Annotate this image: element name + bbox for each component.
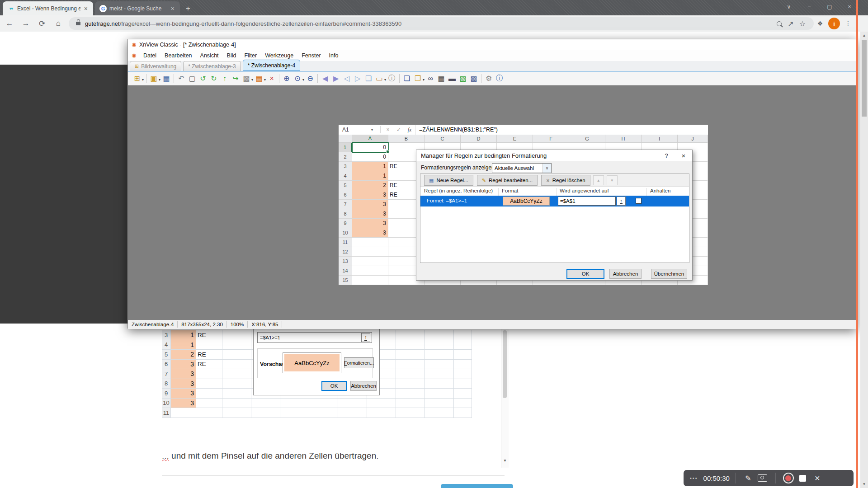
back-icon[interactable]: ←	[3, 17, 16, 30]
export-icon-dropdown[interactable]: ▾	[423, 78, 425, 82]
camera-icon[interactable]	[757, 474, 769, 482]
previous-image-icon[interactable]: ◀	[320, 74, 330, 84]
capture-icon[interactable]: ▩	[469, 74, 479, 84]
stop-icon[interactable]	[797, 475, 809, 482]
rules-button-row: ▦Neue Regel... ✎Regel bearbeiten... ×Reg…	[420, 174, 689, 187]
next-page-icon[interactable]: ▷	[353, 74, 363, 84]
menu-datei[interactable]: Datei	[139, 52, 160, 59]
multipage-icon[interactable]: ❑	[363, 74, 373, 84]
print-icon[interactable]: ▦	[436, 74, 446, 84]
scrollbar-thumb[interactable]	[503, 330, 507, 398]
menu-bild[interactable]: Bild	[223, 52, 241, 59]
row-header: 6	[162, 360, 171, 370]
browse-icon-dropdown[interactable]: ▾	[142, 78, 144, 82]
settings-icon[interactable]: ⚙	[484, 74, 494, 84]
cell	[454, 389, 472, 399]
rotate-right-icon[interactable]: ↻	[209, 74, 219, 84]
address-bar[interactable]: gutefrage.net/frage/excel---wenn-bedingu…	[69, 17, 814, 30]
adjust-icon[interactable]: ▩	[241, 74, 251, 84]
scrollbar-thumb[interactable]	[862, 40, 867, 117]
crop-icon[interactable]: ▢	[187, 74, 197, 84]
adjust-icon-dropdown[interactable]: ▾	[251, 78, 253, 82]
dialog-title-bar: Manager für Regeln zur bedingten Formati…	[416, 150, 692, 161]
forward-icon[interactable]: →	[19, 17, 33, 30]
properties-icon[interactable]: ⓘ	[387, 74, 397, 84]
cell	[352, 276, 388, 285]
previous-page-icon[interactable]: ◁	[342, 74, 352, 84]
resize-icon[interactable]: ↑	[220, 74, 230, 84]
menu-info[interactable]: Info	[325, 52, 343, 59]
browser-tab-gutefrage[interactable]: ♥♥ Excel - Wenn Bedingung erfüllt, o ×	[3, 1, 93, 15]
record-icon[interactable]	[783, 473, 794, 483]
search-icon[interactable]: ∞	[425, 74, 435, 84]
zoom-out-icon[interactable]: ⊖	[305, 74, 315, 84]
xnview-title-bar[interactable]: ✺ XnView Classic - [* Zwischenablage-4]	[128, 39, 856, 50]
rotate-left-icon[interactable]: ↺	[198, 74, 208, 84]
tab-zwischenablage-4[interactable]: * Zwischenablage-4	[243, 60, 300, 71]
page-action-button[interactable]	[441, 484, 513, 488]
cell	[222, 340, 251, 350]
tab-search-chevron-icon[interactable]: ∨	[781, 0, 797, 14]
scroll-down-icon[interactable]: ▼	[501, 459, 509, 463]
undo-icon[interactable]: ↶	[176, 74, 186, 84]
zoom-100-icon-dropdown[interactable]: ▾	[302, 78, 304, 82]
scan-icon[interactable]: ▬	[447, 74, 457, 84]
extensions-icon[interactable]: ❖	[814, 17, 826, 30]
red-eye-icon[interactable]: ×	[267, 74, 277, 84]
menu-ansicht[interactable]: Ansicht	[196, 52, 223, 59]
export-icon[interactable]: ❐	[413, 74, 423, 84]
menu-bearbeiten[interactable]: Bearbeiten	[160, 52, 196, 59]
slideshow-icon-dropdown[interactable]: ▾	[384, 78, 386, 82]
reload-icon[interactable]: ⟳	[35, 17, 49, 30]
tab-zwischenablage-3[interactable]: * Zwischenablage-3	[183, 61, 241, 71]
open-icon[interactable]: ▣	[149, 74, 159, 84]
window-maximize-button[interactable]: ▢	[822, 0, 837, 14]
browser-scrollbar[interactable]: ▲ ▼	[860, 32, 868, 488]
recorder-more-button[interactable]: •••	[690, 475, 698, 481]
window-close-button[interactable]: ×	[842, 0, 857, 14]
convert-icon[interactable]: ▧	[458, 74, 468, 84]
tab-close-icon[interactable]: ×	[83, 5, 89, 12]
cell	[425, 340, 454, 350]
menu-werkzeuge[interactable]: Werkzeuge	[261, 52, 297, 59]
draw-pencil-icon[interactable]: ✎	[742, 474, 754, 483]
share-icon[interactable]: ↗	[785, 18, 797, 29]
next-image-icon[interactable]: ▶	[331, 74, 341, 84]
new-tab-button[interactable]: +	[183, 3, 193, 14]
menu-filter[interactable]: Filter	[240, 52, 261, 59]
browse-icon[interactable]: ⊞	[132, 74, 142, 84]
palette-icon-dropdown[interactable]: ▾	[264, 78, 266, 82]
cell	[454, 408, 472, 418]
status-filename: Zwischenablage-4	[128, 321, 178, 328]
info-icon[interactable]: ⓘ	[495, 74, 505, 84]
browser-menu-icon[interactable]: ⋮	[842, 17, 854, 30]
dialog-title: Manager für Regeln zur bedingten Formati…	[421, 152, 658, 159]
palette-icon[interactable]: ▤	[254, 74, 264, 84]
recorder-close-icon[interactable]: ×	[811, 473, 823, 483]
profile-avatar[interactable]: i	[828, 18, 840, 29]
zoom-100-icon[interactable]: ⊙	[292, 74, 302, 84]
column-applies: Wird angewendet auf	[560, 188, 609, 193]
bookmark-star-icon[interactable]: ☆	[797, 18, 808, 29]
tab-bildverwaltung[interactable]: ⊞Bildverwaltung	[130, 61, 181, 71]
browser-tab-google[interactable]: G meist - Google Suche ×	[95, 1, 180, 15]
zoom-in-icon[interactable]: ⊕	[282, 74, 292, 84]
home-icon[interactable]: ⌂	[52, 17, 65, 30]
answer-box-scrollbar[interactable]: ▼	[501, 328, 509, 468]
slideshow-icon[interactable]: ▭	[374, 74, 384, 84]
fullscreen-icon[interactable]: ❏	[402, 74, 412, 84]
cell	[454, 360, 472, 370]
tab-close-icon[interactable]: ×	[170, 5, 175, 12]
menu-fenster[interactable]: Fenster	[297, 52, 325, 59]
scroll-down-icon[interactable]: ▼	[860, 482, 868, 486]
zoom-icon[interactable]	[773, 18, 785, 29]
x-icon: ×	[546, 177, 550, 184]
cell	[222, 330, 251, 340]
redo-icon[interactable]: ↪	[231, 74, 241, 84]
open-icon-dropdown[interactable]: ▾	[159, 78, 160, 82]
window-minimize-button[interactable]: −	[802, 0, 817, 14]
scroll-up-icon[interactable]: ▲	[860, 33, 868, 38]
save-icon[interactable]: ▦	[161, 74, 171, 84]
show-rules-label: Formatierungsregeln anzeigen für:	[421, 164, 504, 171]
cell	[396, 369, 425, 379]
